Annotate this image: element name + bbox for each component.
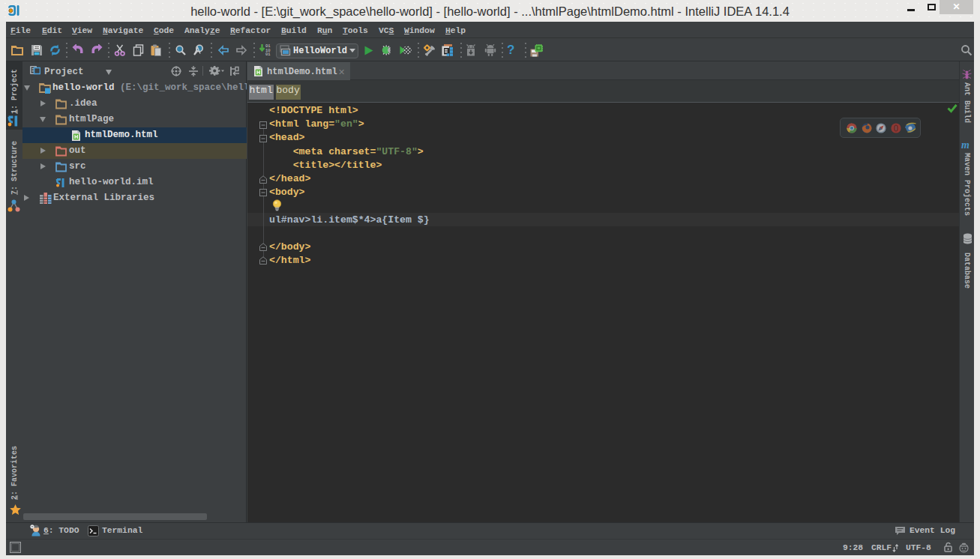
svg-text:01: 01 (265, 52, 271, 56)
